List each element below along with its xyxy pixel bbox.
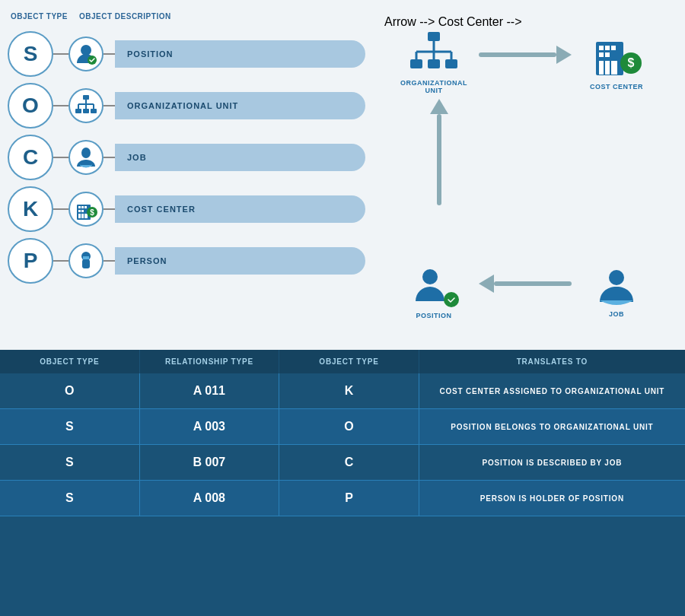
table-row-4: S A 008 P PERSON IS HOLDER OF POSITION [0, 481, 685, 516]
svg-rect-41 [599, 61, 604, 75]
job-label: JOB [609, 310, 624, 318]
svg-point-47 [609, 270, 624, 285]
svg-rect-29 [445, 59, 457, 68]
connector [53, 105, 68, 106]
svg-rect-26 [428, 32, 440, 41]
letter-k: K [8, 186, 53, 232]
object-row-k: K $ [8, 186, 365, 232]
row2-translates: POSITION BELONGS TO ORGANIZATIONAL UNIT [419, 409, 685, 444]
connector2 [104, 157, 115, 158]
diag-org-unit: ORGANIZATIONAL UNIT [392, 30, 476, 94]
connector2 [104, 53, 115, 55]
svg-rect-39 [599, 52, 604, 57]
svg-rect-28 [428, 59, 440, 68]
letter-p: P [8, 238, 53, 284]
row1-obj1: O [0, 373, 140, 408]
svg-rect-20 [84, 214, 88, 218]
desc-person: PERSON [115, 247, 365, 275]
table-row-2: S A 003 O POSITION BELONGS TO ORGANIZATI… [0, 409, 685, 445]
top-diagram-row: ORGANIZATIONAL UNIT [392, 30, 658, 94]
object-row-s: S POSITION [8, 31, 365, 77]
header-obj-type: OBJECT TYPE [8, 8, 76, 25]
svg-rect-43 [611, 61, 617, 75]
arrow-org-to-cost [476, 46, 575, 64]
svg-point-0 [81, 45, 91, 56]
row4-rel: A 008 [140, 481, 280, 516]
connector [53, 53, 68, 55]
position-label: POSITION [416, 312, 451, 319]
svg-rect-16 [78, 210, 81, 212]
desc-position: POSITION [115, 40, 365, 68]
icon-cost-center: $ [68, 192, 104, 227]
row1-rel: A 011 [140, 373, 280, 408]
svg-text:$: $ [628, 56, 635, 69]
top-section: OBJECT TYPE OBJECT DESCRIPTION S POSITIO… [0, 0, 685, 350]
connector2 [104, 208, 115, 210]
row4-translates: PERSON IS HOLDER OF POSITION [419, 481, 685, 516]
letter-c: C [8, 135, 53, 180]
row4-obj1: S [0, 481, 140, 516]
job-icon [592, 265, 642, 307]
svg-rect-15 [84, 206, 87, 208]
svg-rect-3 [75, 109, 81, 113]
svg-rect-17 [81, 210, 84, 212]
svg-rect-38 [611, 46, 616, 50]
right-panel: Arrow --> Cost Center --> [373, 8, 677, 342]
svg-rect-42 [605, 61, 610, 75]
object-row-c: C JOB [8, 135, 365, 180]
table-header-obj1: OBJECT TYPE [0, 350, 140, 373]
svg-rect-5 [91, 109, 97, 113]
row2-obj2: O [279, 409, 419, 444]
diag-position: POSITION [392, 263, 476, 319]
table-header: OBJECT TYPE RELATIONSHIP TYPE OBJECT TYP… [0, 350, 685, 373]
main-container: OBJECT TYPE OBJECT DESCRIPTION S POSITIO… [0, 0, 685, 616]
org-unit-label: ORGANIZATIONAL UNIT [392, 79, 476, 94]
table-header-translates: TRANSLATES TO [419, 350, 685, 373]
connector2 [104, 260, 115, 262]
table-row-3: S B 007 C POSITION IS DESCRIBED BY JOB [0, 445, 685, 481]
bottom-diagram-row: POSITION JOB [392, 263, 658, 319]
row3-rel: B 007 [140, 445, 280, 480]
connector [53, 208, 68, 210]
svg-rect-25 [83, 256, 89, 259]
header-obj-desc: OBJECT DESCRIPTION [76, 8, 365, 25]
svg-point-11 [81, 148, 91, 158]
desc-org-unit: ORGANIZATIONAL UNIT [115, 92, 365, 119]
panel-header: OBJECT TYPE OBJECT DESCRIPTION [8, 8, 365, 25]
row4-obj2: P [279, 481, 419, 516]
row3-obj2: C [279, 445, 419, 480]
icon-position [68, 37, 104, 71]
icon-person [68, 243, 104, 278]
svg-rect-24 [82, 259, 90, 268]
table-header-rel: RELATIONSHIP TYPE [140, 350, 280, 373]
svg-rect-19 [81, 214, 84, 218]
svg-rect-4 [83, 109, 89, 113]
diag-cost-center: $ COST CENTER [575, 34, 658, 90]
svg-text:$: $ [90, 208, 94, 217]
object-row-o: O ORGANIZATIONAL [8, 83, 365, 129]
connector2 [104, 105, 115, 106]
bottom-table: OBJECT TYPE RELATIONSHIP TYPE OBJECT TYP… [0, 350, 685, 616]
letter-o: O [8, 83, 53, 129]
left-panel: OBJECT TYPE OBJECT DESCRIPTION S POSITIO… [8, 8, 365, 342]
table-row-1: O A 011 K COST CENTER ASSIGNED TO ORGANI… [0, 373, 685, 409]
icon-job [68, 140, 104, 175]
row1-obj2: K [279, 373, 419, 408]
desc-cost-center: COST CENTER [115, 195, 365, 223]
svg-rect-2 [83, 95, 89, 100]
object-row-p: P PERSON [8, 238, 365, 284]
row3-translates: POSITION IS DESCRIBED BY JOB [419, 445, 685, 480]
row2-obj1: S [0, 409, 140, 444]
desc-job: JOB [115, 144, 365, 171]
cost-center-label: COST CENTER [590, 83, 643, 90]
org-unit-icon [407, 30, 460, 76]
diagram: Arrow --> Cost Center --> [384, 15, 666, 335]
cost-center-icon: $ [590, 34, 643, 80]
svg-point-46 [422, 269, 438, 284]
svg-rect-40 [605, 52, 610, 57]
table-header-obj2: OBJECT TYPE [279, 350, 419, 373]
row1-translates: COST CENTER ASSIGNED TO ORGANIZATIONAL U… [419, 373, 685, 408]
arrow-position-to-org [430, 99, 448, 205]
svg-rect-27 [410, 59, 422, 68]
svg-rect-37 [605, 46, 610, 50]
